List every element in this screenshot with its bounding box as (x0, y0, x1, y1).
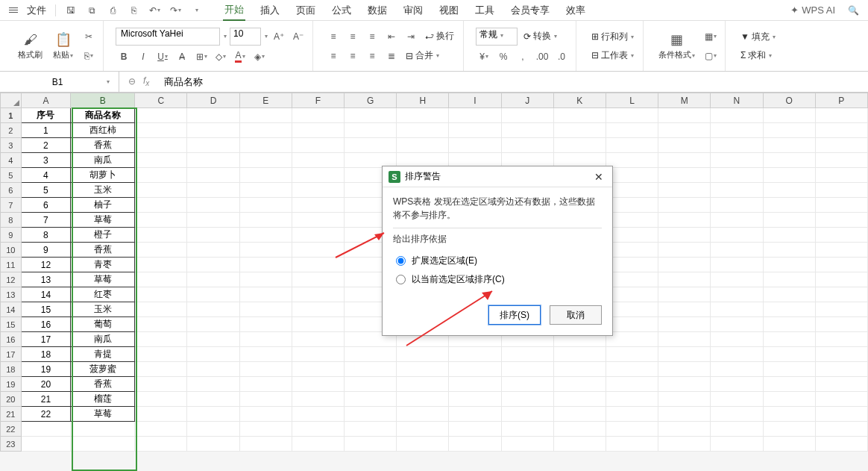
copy-icon[interactable]: ⎘▾ (81, 48, 97, 64)
cell[interactable]: 4 (21, 168, 71, 183)
increase-decimal-icon[interactable]: .00 (534, 49, 550, 65)
indent-increase-icon[interactable]: ⇥ (403, 28, 419, 45)
table-style-icon[interactable]: ▦▾ (702, 28, 719, 45)
column-header-M[interactable]: M (658, 93, 711, 108)
cell[interactable] (239, 377, 292, 392)
cell[interactable] (239, 183, 292, 198)
radio-input[interactable] (396, 256, 406, 266)
cell[interactable] (815, 302, 867, 317)
cell[interactable] (239, 332, 292, 347)
column-header-C[interactable]: C (135, 93, 187, 108)
cell[interactable] (239, 317, 292, 332)
tab-member[interactable]: 会员专享 (509, 1, 551, 20)
fill-color-button[interactable]: ◇▾ (213, 49, 229, 65)
cell[interactable] (658, 317, 711, 332)
cell[interactable] (239, 138, 292, 153)
cell[interactable] (501, 123, 553, 138)
cell[interactable] (187, 183, 239, 198)
column-header-K[interactable]: K (553, 93, 606, 108)
cell[interactable] (815, 392, 867, 407)
convert-button[interactable]: ⟳ 转换▾ (521, 28, 560, 44)
cell[interactable]: 1 (21, 123, 71, 138)
cell[interactable] (711, 243, 763, 258)
cell[interactable] (711, 377, 763, 392)
cell[interactable] (501, 347, 553, 362)
cell[interactable] (292, 213, 344, 228)
cell[interactable] (815, 422, 867, 437)
cell[interactable] (763, 392, 815, 407)
tab-data[interactable]: 数据 (366, 1, 389, 20)
cell[interactable] (606, 392, 658, 407)
format-painter-button[interactable]: 🖌 格式刷 (15, 25, 45, 67)
cell[interactable]: 草莓 (71, 272, 135, 287)
cell[interactable] (711, 422, 763, 437)
cell[interactable] (658, 153, 711, 168)
cell[interactable] (135, 228, 187, 243)
cell[interactable] (501, 437, 553, 452)
cell[interactable] (239, 362, 292, 377)
cell[interactable] (135, 272, 187, 287)
cell[interactable] (553, 392, 606, 407)
cell[interactable] (553, 347, 606, 362)
row-header[interactable]: 11 (1, 258, 22, 272)
cell[interactable] (711, 272, 763, 287)
cell[interactable] (553, 377, 606, 392)
cell[interactable]: 17 (21, 332, 71, 347)
tab-formula[interactable]: 公式 (330, 1, 353, 20)
cell[interactable]: 南瓜 (71, 332, 135, 347)
cell[interactable] (135, 422, 187, 437)
cell[interactable] (606, 287, 658, 302)
row-header[interactable]: 10 (1, 243, 22, 258)
cell[interactable] (187, 138, 239, 153)
row-header[interactable]: 14 (1, 302, 22, 317)
row-header[interactable]: 2 (1, 123, 22, 138)
cell[interactable]: 青枣 (71, 258, 135, 272)
cell[interactable] (658, 138, 711, 153)
cell[interactable] (711, 258, 763, 272)
row-header[interactable]: 22 (1, 422, 22, 437)
cell[interactable] (763, 437, 815, 452)
font-size-select[interactable]: 10 (230, 28, 261, 46)
cell[interactable] (135, 138, 187, 153)
print-preview-icon[interactable]: ⎘ (125, 1, 142, 19)
cell-style-icon[interactable]: ▢▾ (702, 48, 719, 64)
cell[interactable] (135, 108, 187, 123)
cell[interactable] (449, 407, 501, 422)
font-name-select[interactable]: Microsoft YaHei (116, 28, 220, 46)
cell[interactable] (553, 138, 606, 153)
cell[interactable] (763, 213, 815, 228)
cell[interactable] (239, 347, 292, 362)
cell[interactable] (606, 228, 658, 243)
cell[interactable] (815, 377, 867, 392)
align-right-icon[interactable]: ≡ (364, 48, 380, 64)
cell[interactable] (187, 332, 239, 347)
chevron-down-icon[interactable]: ▾ (107, 78, 110, 85)
cell[interactable] (187, 243, 239, 258)
cell[interactable] (135, 168, 187, 183)
cell[interactable]: 香蕉 (71, 377, 135, 392)
cell[interactable] (292, 347, 344, 362)
column-header-A[interactable]: A (21, 93, 71, 108)
cell[interactable] (292, 123, 344, 138)
save-icon[interactable]: 🖫 (62, 1, 80, 19)
row-header[interactable]: 6 (1, 183, 22, 198)
cell[interactable] (345, 362, 397, 377)
file-menu[interactable]: 文件 (24, 4, 49, 17)
tab-efficiency[interactable]: 效率 (564, 1, 587, 20)
cell[interactable] (658, 392, 711, 407)
cell[interactable] (815, 317, 867, 332)
cell[interactable] (815, 272, 867, 287)
cell[interactable] (135, 183, 187, 198)
cell[interactable]: 8 (21, 228, 71, 243)
cell[interactable]: 13 (21, 272, 71, 287)
cell[interactable] (553, 407, 606, 422)
cell[interactable] (711, 138, 763, 153)
column-header-F[interactable]: F (292, 93, 344, 108)
row-header[interactable]: 17 (1, 347, 22, 362)
cell[interactable]: 柚子 (71, 198, 135, 213)
cell[interactable] (658, 213, 711, 228)
cell[interactable] (815, 228, 867, 243)
percent-icon[interactable]: % (495, 49, 512, 65)
column-header-N[interactable]: N (711, 93, 763, 108)
cell[interactable] (606, 272, 658, 287)
